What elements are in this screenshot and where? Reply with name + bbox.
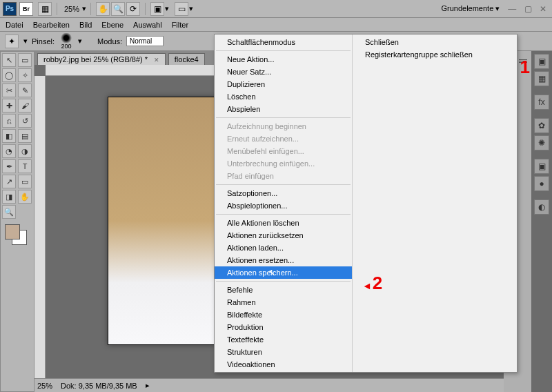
document-tab[interactable]: flocke4 <box>168 53 205 65</box>
zoom-level-display[interactable]: 25% <box>64 5 79 13</box>
separator <box>57 3 57 15</box>
lasso-tool-icon[interactable]: ◯ <box>2 68 16 82</box>
menu-item[interactable]: Duplizieren <box>215 78 352 90</box>
shape-tool-icon[interactable]: ▭ <box>18 175 32 188</box>
annotation-marker-2: 2 <box>362 273 382 294</box>
menu-item[interactable]: Strukturen <box>215 346 352 358</box>
zoom-tool-icon[interactable]: 🔍 <box>2 205 16 219</box>
color-panel-icon[interactable]: ▦ <box>534 71 549 86</box>
menu-item[interactable]: Schließen <box>353 36 517 48</box>
eraser-tool-icon[interactable]: ◧ <box>2 129 16 143</box>
menu-item[interactable]: Produktion <box>215 321 352 333</box>
menu-item[interactable]: Löschen <box>215 90 352 103</box>
filmstrip-icon[interactable]: ▦ <box>38 2 52 16</box>
menu-item[interactable]: Videoaktionen <box>215 358 352 371</box>
menu-item[interactable]: Aktionen zurücksetzen <box>215 229 352 242</box>
menu-item: Erneut aufzeichnen... <box>215 133 352 145</box>
mouse-cursor-icon: ↖ <box>268 268 275 277</box>
bridge-icon[interactable]: Br <box>19 2 33 16</box>
blend-mode-select[interactable]: Normal <box>126 36 164 46</box>
settings-panel-icon[interactable]: ✺ <box>534 135 549 150</box>
document-image[interactable] <box>108 97 232 345</box>
move-tool-icon[interactable]: ↖ <box>2 53 16 67</box>
channels-panel-icon[interactable]: ◐ <box>534 199 549 215</box>
toolbox: ↖ ▭ ◯ ✧ ✂ ✎ ✚ 🖌 ⎌ ↺ ◧ ▤ ◔ ◑ ✒ T ↗ ▭ ◨ ✋ … <box>0 51 34 392</box>
gradient-tool-icon[interactable]: ▤ <box>18 129 32 143</box>
menu-item[interactable]: Neuer Satz... <box>215 66 352 78</box>
healing-tool-icon[interactable]: ✚ <box>2 99 16 112</box>
separator <box>145 3 146 15</box>
status-bar: 25% Dok: 9,35 MB/9,35 MB ▸ <box>34 378 504 392</box>
stamp-tool-icon[interactable]: ⎌ <box>2 114 16 128</box>
menu-item[interactable]: Abspielen <box>215 103 352 115</box>
menu-bearbeiten[interactable]: Bearbeiten <box>33 21 70 29</box>
foreground-color-swatch[interactable] <box>5 224 20 239</box>
current-tool-preset-icon[interactable]: ✦ <box>5 35 19 48</box>
menu-item[interactable]: Registerkartengruppe schließen <box>353 48 517 61</box>
type-tool-icon[interactable]: T <box>18 159 32 173</box>
path-tool-icon[interactable]: ↗ <box>2 175 16 188</box>
menu-item[interactable]: Satzoptionen... <box>215 187 352 199</box>
menu-item: Aufzeichnung beginnen <box>215 120 352 133</box>
menu-item[interactable]: Bildeffekte <box>215 308 352 321</box>
menu-item[interactable]: Alle Aktionen löschen <box>215 217 352 229</box>
menu-item[interactable]: Neue Aktion... <box>215 53 352 66</box>
menu-item: Menübefehl einfügen... <box>215 145 352 157</box>
menu-item: Pfad einfügen <box>215 170 352 182</box>
document-tab-title: flocke4 <box>175 55 199 63</box>
menu-separator <box>216 184 351 185</box>
menu-item[interactable]: Rahmen <box>215 296 352 308</box>
menu-item[interactable]: Abspieloptionen... <box>215 199 352 212</box>
crop-tool-icon[interactable]: ✂ <box>2 84 16 97</box>
brush-size-value: 200 <box>59 43 74 50</box>
photoshop-logo-icon: Ps <box>3 2 17 16</box>
status-zoom[interactable]: 25% <box>37 382 52 390</box>
document-tab[interactable]: robby2.jpg bei 25% (RGB/8#) * ✕ <box>37 53 166 65</box>
layers-panel-icon[interactable]: ▣ <box>534 159 549 174</box>
menu-ebene[interactable]: Ebene <box>101 21 124 29</box>
menu-item: Unterbrechung einfügen... <box>215 157 352 170</box>
menu-item[interactable]: Aktionen speichern...↖ <box>215 266 352 279</box>
brush-label: Pinsel: <box>32 37 55 46</box>
brush-preview-icon[interactable] <box>60 33 72 43</box>
styles-panel-icon[interactable]: fx <box>534 95 549 110</box>
menu-item[interactable]: Aktionen ersetzen... <box>215 254 352 266</box>
blur-tool-icon[interactable]: ◔ <box>2 144 16 158</box>
menu-item[interactable]: Befehle <box>215 284 352 296</box>
hand-tool-icon[interactable]: ✋ <box>96 2 110 16</box>
brush-tool-icon[interactable]: 🖌 <box>18 99 32 112</box>
marquee-tool-icon[interactable]: ▭ <box>18 53 32 67</box>
wand-tool-icon[interactable]: ✧ <box>18 68 32 82</box>
zoom-tool-icon[interactable]: 🔍 <box>111 2 125 16</box>
history-brush-icon[interactable]: ↺ <box>18 114 32 128</box>
brushes-panel-icon[interactable]: ✿ <box>534 118 549 133</box>
menu-separator <box>216 281 351 282</box>
mode-label: Modus: <box>97 37 122 46</box>
screen-mode-icon[interactable]: ▭ <box>175 2 188 16</box>
menu-filter[interactable]: Filter <box>172 21 188 29</box>
arrange-docs-icon[interactable]: ▣ <box>150 2 164 16</box>
menu-datei[interactable]: Datei <box>6 21 23 29</box>
menu-auswahl[interactable]: Auswahl <box>133 21 162 29</box>
document-tab-title: robby2.jpg bei 25% (RGB/8#) * <box>43 55 148 63</box>
window-controls[interactable]: — ▢ ✕ <box>508 4 549 14</box>
workspace-switcher[interactable]: Grundelemente ▾ <box>438 3 502 14</box>
history-panel-icon[interactable]: ▣ <box>534 54 549 69</box>
menu-item[interactable]: Aktionen laden... <box>215 242 352 254</box>
menu-separator <box>216 117 351 118</box>
dodge-tool-icon[interactable]: ◑ <box>18 144 32 158</box>
color-swatches[interactable] <box>2 224 32 244</box>
main-menubar: Datei Bearbeiten Bild Ebene Auswahl Filt… <box>0 18 552 32</box>
rotate-view-icon[interactable]: ⟳ <box>126 2 140 16</box>
menu-bild[interactable]: Bild <box>79 21 92 29</box>
status-chevron-icon[interactable]: ▸ <box>146 381 150 390</box>
pen-tool-icon[interactable]: ✒ <box>2 159 16 173</box>
menu-item[interactable]: Texteffekte <box>215 333 352 346</box>
panel-flyout-menu: SchaltflächenmodusNeue Aktion...Neuer Sa… <box>214 34 518 373</box>
close-tab-icon[interactable]: ✕ <box>154 57 159 63</box>
menu-item[interactable]: Schaltflächenmodus <box>215 36 352 48</box>
eyedropper-tool-icon[interactable]: ✎ <box>18 84 32 97</box>
info-panel-icon[interactable]: ● <box>534 176 549 191</box>
3d-tool-icon[interactable]: ◨ <box>2 190 16 204</box>
hand-tool-icon[interactable]: ✋ <box>18 190 32 204</box>
